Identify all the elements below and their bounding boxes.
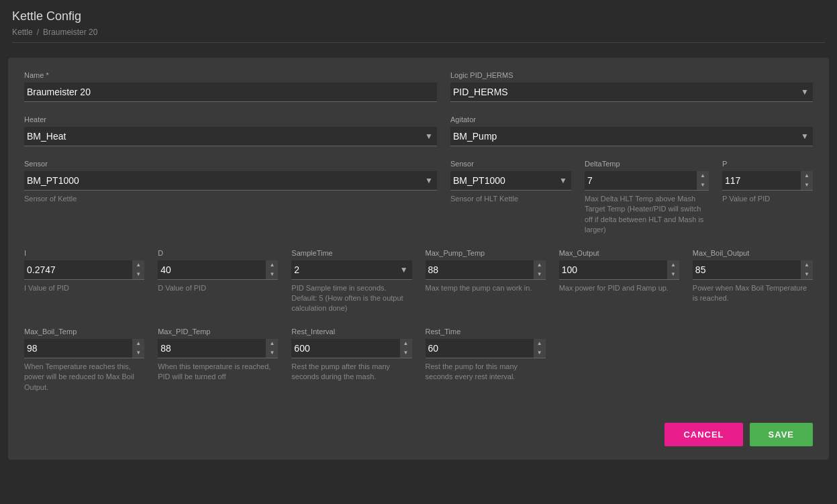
max-boil-output-hint: Power when Max Boil Temperature is reach… [693,283,813,304]
sensor-right-label: Sensor [450,160,571,168]
p-input[interactable] [722,171,801,190]
max-boil-output-label: Max_Boil_Output [693,249,813,257]
page-title: Kettle Config [12,9,825,23]
agitator-select[interactable]: BM_Pump BM_Heat None [450,127,813,146]
max-pid-temp-hint: When this temperature is reached, PID wi… [158,362,278,383]
max-boil-temp-spinbox: ▲ ▼ [24,339,144,358]
max-boil-temp-input[interactable] [24,339,132,358]
max-boil-temp-up[interactable]: ▲ [132,339,144,348]
max-pid-temp-up[interactable]: ▲ [266,339,278,348]
bottom-actions: CANCEL SAVE [664,423,813,446]
logic-label: Logic PID_HERMS [450,71,813,79]
max-pump-temp-spinbox: ▲ ▼ [426,260,546,280]
i-down[interactable]: ▼ [132,270,144,279]
max-boil-output-spin-buttons: ▲ ▼ [801,260,813,279]
agitator-label: Agitator [450,115,813,123]
heater-label: Heater [24,115,437,123]
rest-time-label: Rest_Time [426,327,546,336]
sample-time-select[interactable]: 2 1 3 5 10 [291,260,411,279]
max-boil-output-down[interactable]: ▼ [801,270,813,279]
sample-time-select-wrapper: 2 1 3 5 10 ▼ [291,260,411,280]
max-pump-temp-input[interactable] [426,260,534,279]
max-pump-temp-hint: Max temp the pump can work in. [426,283,546,293]
p-up[interactable]: ▲ [801,171,813,181]
d-down[interactable]: ▼ [266,270,278,279]
cancel-button[interactable]: CANCEL [664,423,742,446]
breadcrumb-current: Braumeister 20 [43,28,97,37]
delta-temp-input[interactable] [585,171,697,190]
max-pump-temp-spin-buttons: ▲ ▼ [534,260,546,279]
sensor-right-select[interactable]: BM_PT1000 BM_PT500 None [450,171,571,190]
p-label: P [722,160,813,168]
logic-select[interactable]: PID_HERMS PID Manual [450,83,813,101]
p-spinbox: ▲ ▼ [722,171,813,191]
group-sensor-right: Sensor BM_PT1000 BM_PT500 None ▼ Sensor … [450,160,571,204]
p-hint: P Value of PID [722,194,813,204]
logic-select-wrapper: PID_HERMS PID Manual ▼ [450,83,813,102]
breadcrumb-parent[interactable]: Kettle [12,28,33,37]
max-output-hint: Max power for PID and Ramp up. [559,283,679,293]
max-output-down[interactable]: ▼ [667,270,679,279]
delta-temp-spin-buttons: ▲ ▼ [697,171,709,190]
max-boil-temp-down[interactable]: ▼ [132,348,144,358]
group-i: I ▲ ▼ I Value of PID [24,249,144,293]
group-logic: Logic PID_HERMS PID_HERMS PID Manual ▼ [450,71,813,102]
group-max-boil-temp: Max_Boil_Temp ▲ ▼ When Temperature reach… [24,327,144,393]
group-sample-time: SampleTime 2 1 3 5 10 ▼ PID Sample time … [291,249,411,314]
sample-time-hint: PID Sample time in seconds. Default: 5 (… [291,283,411,314]
rest-interval-input[interactable] [291,339,399,358]
rest-interval-down[interactable]: ▼ [400,348,412,358]
group-sensor-left: Sensor BM_PT1000 BM_PT500 None ▼ Sensor … [24,160,437,204]
row-heater-agitator: Heater BM_Heat BM_Pump None ▼ Agitator B… [24,115,813,146]
row-boil-rest: Max_Boil_Temp ▲ ▼ When Temperature reach… [24,327,813,393]
max-output-up[interactable]: ▲ [667,260,679,270]
d-up[interactable]: ▲ [266,260,278,270]
max-boil-temp-label: Max_Boil_Temp [24,327,144,336]
heater-select-wrapper: BM_Heat BM_Pump None ▼ [24,127,437,146]
group-max-output: Max_Output ▲ ▼ Max power for PID and Ram… [559,249,679,293]
name-input[interactable] [24,83,437,102]
d-input[interactable] [158,260,266,279]
i-up[interactable]: ▲ [132,260,144,270]
rest-interval-hint: Rest the pump after this many seconds du… [291,362,411,383]
i-input[interactable] [24,260,132,279]
max-output-spin-buttons: ▲ ▼ [667,260,679,279]
rest-time-hint: Rest the pump for this many seconds ever… [426,362,546,383]
heater-select[interactable]: BM_Heat BM_Pump None [24,127,437,146]
group-heater: Heater BM_Heat BM_Pump None ▼ [24,115,437,146]
i-hint: I Value of PID [24,283,144,293]
max-boil-output-up[interactable]: ▲ [801,260,813,270]
rest-interval-up[interactable]: ▲ [400,339,412,348]
rest-time-down[interactable]: ▼ [534,348,546,358]
rest-time-input[interactable] [426,339,534,358]
max-pid-temp-input[interactable] [158,339,266,358]
max-boil-output-input[interactable] [693,260,801,279]
max-pump-temp-up[interactable]: ▲ [534,260,546,270]
sensor-right-select-wrapper: BM_PT1000 BM_PT500 None ▼ [450,171,571,191]
max-pump-temp-down[interactable]: ▼ [534,270,546,279]
max-pump-temp-label: Max_Pump_Temp [426,249,546,257]
max-output-input[interactable] [559,260,667,279]
p-down[interactable]: ▼ [801,181,813,190]
row-pid-params: I ▲ ▼ I Value of PID D ▲ ▼ D Value of PI… [24,249,813,314]
rest-interval-label: Rest_Interval [291,327,411,336]
group-p: P ▲ ▼ P Value of PID [722,160,813,204]
save-button[interactable]: SAVE [750,423,813,446]
rest-interval-spinbox: ▲ ▼ [291,339,411,358]
group-name: Name * [24,71,437,102]
sensor-right-hint: Sensor of HLT Kettle [450,194,571,204]
delta-temp-up[interactable]: ▲ [697,171,709,181]
breadcrumb: Kettle / Braumeister 20 [12,28,825,43]
group-max-pump-temp: Max_Pump_Temp ▲ ▼ Max temp the pump can … [426,249,546,293]
rest-time-up[interactable]: ▲ [534,339,546,348]
delta-temp-down[interactable]: ▼ [697,181,709,190]
sensor-left-select[interactable]: BM_PT1000 BM_PT500 None [24,171,437,190]
row-name-logic: Name * Logic PID_HERMS PID_HERMS PID Man… [24,71,813,102]
agitator-select-wrapper: BM_Pump BM_Heat None ▼ [450,127,813,146]
max-pid-temp-down[interactable]: ▼ [266,348,278,358]
max-output-spinbox: ▲ ▼ [559,260,679,280]
group-rest-time: Rest_Time ▲ ▼ Rest the pump for this man… [426,327,546,383]
sample-time-label: SampleTime [291,249,411,257]
rest-interval-spin-buttons: ▲ ▼ [400,339,412,358]
delta-temp-hint: Max Delta HLT Temp above Mash Target Tem… [585,194,709,236]
